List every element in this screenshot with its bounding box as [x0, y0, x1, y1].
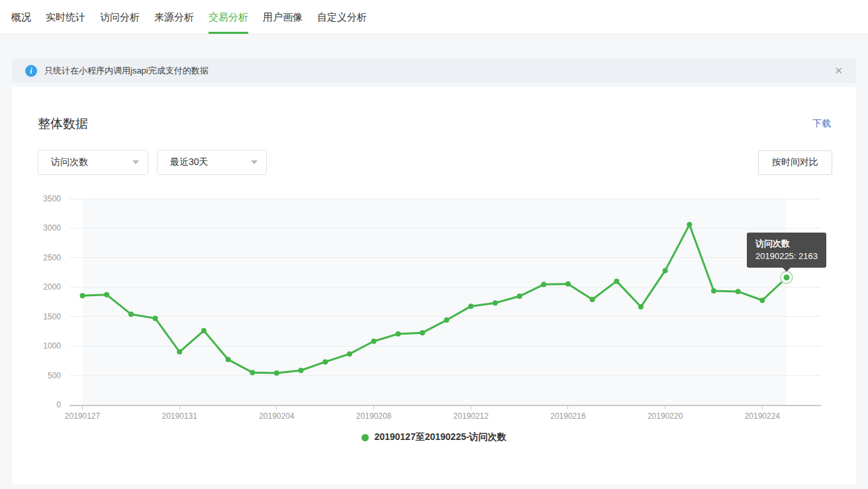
info-icon: i	[25, 65, 37, 77]
top-nav: 概况 实时统计 访问分析 来源分析 交易分析 用户画像 自定义分析	[0, 0, 868, 34]
data-point	[347, 351, 352, 356]
metric-select[interactable]: 访问次数	[38, 150, 148, 175]
data-point	[371, 339, 377, 344]
y-axis-label: 500	[48, 371, 61, 380]
data-point	[711, 288, 716, 294]
data-point	[153, 315, 158, 321]
data-point	[104, 292, 109, 298]
data-point	[395, 331, 401, 337]
nav-tab-user-portrait[interactable]: 用户画像	[263, 0, 303, 34]
data-point	[128, 311, 134, 317]
data-point	[493, 300, 498, 305]
chevron-down-icon	[132, 160, 139, 164]
nav-tab-overview[interactable]: 概况	[11, 0, 31, 34]
trend-chart[interactable]: 0500100015002000250030003500201901272019…	[12, 189, 856, 421]
data-point	[444, 317, 450, 323]
plot-band	[83, 199, 787, 405]
trend-chart-svg: 0500100015002000250030003500201901272019…	[12, 189, 836, 421]
data-point	[226, 357, 231, 362]
data-point	[250, 370, 255, 375]
nav-tab-custom-analysis[interactable]: 自定义分析	[317, 0, 367, 34]
y-axis-label: 2500	[43, 253, 61, 262]
legend-label: 20190127至20190225-访问次数	[374, 431, 506, 443]
data-point	[80, 293, 85, 298]
data-point	[638, 304, 644, 309]
x-axis-label: 20190212	[454, 411, 489, 421]
x-axis-label: 20190208	[356, 411, 392, 421]
x-axis-label: 20190220	[648, 411, 683, 421]
data-point	[517, 294, 522, 299]
data-point	[299, 368, 304, 373]
data-point	[201, 328, 207, 333]
compare-by-time-button[interactable]: 按时间对比	[758, 150, 832, 175]
y-axis-label: 3000	[43, 223, 61, 233]
date-range-select-value: 最近30天	[170, 156, 209, 168]
panel-title: 整体数据	[38, 115, 88, 133]
x-axis-label: 20190204	[259, 411, 295, 421]
y-axis-label: 1000	[43, 341, 61, 351]
nav-tab-visit-analysis[interactable]: 访问分析	[100, 0, 140, 34]
data-point	[759, 298, 765, 303]
y-axis-label: 3500	[43, 194, 61, 203]
overall-data-panel: 整体数据 下载 访问次数 最近30天 按时间对比 050010001500200…	[12, 87, 856, 484]
data-point	[541, 282, 546, 287]
y-axis-label: 0	[56, 400, 61, 409]
y-axis-label: 2000	[43, 282, 61, 292]
nav-tab-transaction-analysis[interactable]: 交易分析	[209, 0, 248, 34]
x-axis-label: 20190224	[745, 411, 781, 421]
data-point	[736, 289, 741, 294]
x-axis-label: 20190216	[550, 411, 586, 421]
nav-tab-realtime[interactable]: 实时统计	[46, 0, 85, 34]
x-axis-label: 20190127	[65, 411, 101, 421]
data-point	[274, 370, 279, 376]
notice-bar: i 只统计在小程序内调用jsapi完成支付的数据 ✕	[12, 58, 856, 83]
data-point	[420, 330, 425, 335]
data-point	[468, 303, 473, 309]
chevron-down-icon	[251, 160, 258, 164]
close-icon[interactable]: ✕	[832, 64, 845, 78]
data-point	[565, 281, 571, 286]
highlight-point	[784, 274, 790, 280]
date-range-select[interactable]: 最近30天	[157, 150, 267, 175]
metric-select-value: 访问次数	[51, 156, 88, 168]
x-axis-label: 20190131	[162, 411, 197, 421]
data-point	[322, 359, 328, 364]
y-axis-label: 1500	[43, 312, 61, 321]
notice-text: 只统计在小程序内调用jsapi完成支付的数据	[44, 65, 832, 77]
download-link[interactable]: 下载	[812, 118, 831, 130]
data-point	[663, 268, 668, 273]
data-point	[687, 222, 692, 227]
chart-legend[interactable]: 20190127至20190225-访问次数	[12, 431, 856, 443]
nav-tab-source-analysis[interactable]: 来源分析	[154, 0, 194, 34]
data-point	[614, 278, 619, 284]
data-point	[590, 297, 595, 302]
legend-dot-icon	[362, 434, 369, 441]
data-point	[177, 349, 182, 354]
